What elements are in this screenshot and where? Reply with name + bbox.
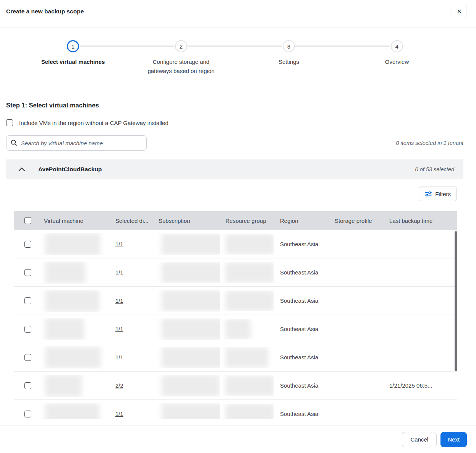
- tenant-selected-summary: 0 of 53 selected: [415, 166, 454, 172]
- step-connector: [79, 45, 175, 47]
- table-row: 1/1 Southeast Asia: [14, 230, 457, 258]
- selected-disks-link[interactable]: 1/1: [115, 354, 123, 360]
- col-header-region: Region: [274, 218, 329, 224]
- table-row: 1/1 Southeast Asia: [14, 258, 457, 287]
- tenant-name: AvePointCloudBackup: [38, 166, 102, 173]
- redacted-subscription: [162, 375, 220, 396]
- redacted-vm-name: [45, 233, 100, 255]
- redacted-resource-group: [225, 291, 274, 311]
- redacted-subscription: [162, 318, 220, 340]
- redacted-resource-group: [225, 262, 274, 283]
- tenant-section-body: Filters Virtual machine Selected di... S…: [6, 179, 463, 419]
- step-label-overview: Overview: [385, 57, 409, 67]
- filters-label: Filters: [435, 191, 451, 197]
- step-number: 3: [287, 43, 290, 50]
- table-row: 1/1 Southeast Asia: [14, 315, 457, 343]
- step-number: 1: [71, 43, 74, 50]
- selected-disks-link[interactable]: 1/1: [115, 411, 123, 417]
- step1-content: Step 1: Select virtual machines Include …: [0, 102, 476, 419]
- selected-disks-link[interactable]: 2/2: [115, 382, 123, 389]
- redacted-resource-group: [225, 234, 274, 255]
- selected-disks-link[interactable]: 1/1: [115, 269, 123, 276]
- table-scrollbar-thumb[interactable]: [455, 231, 457, 371]
- redacted-subscription: [162, 290, 220, 312]
- redacted-subscription: [162, 403, 220, 419]
- step-label-settings: Settings: [278, 57, 299, 67]
- search-icon: [11, 140, 17, 146]
- last-backup-value: 1/21/2025 06:5...: [384, 382, 457, 389]
- table-row: 1/1 Southeast Asia: [14, 287, 457, 315]
- row-checkbox[interactable]: [24, 269, 31, 276]
- row-checkbox[interactable]: [24, 326, 31, 333]
- row-checkbox[interactable]: [24, 382, 31, 389]
- filters-row: Filters: [6, 179, 463, 201]
- selected-disks-link[interactable]: 1/1: [115, 241, 123, 247]
- step-heading: Step 1: Select virtual machines: [6, 102, 463, 109]
- redacted-resource-group: [225, 404, 274, 419]
- row-checkbox[interactable]: [24, 297, 31, 304]
- region-value: Southeast Asia: [274, 411, 329, 417]
- step-connector: [187, 45, 282, 47]
- table-row: 2/2 Southeast Asia 1/21/2025 06:5...: [14, 372, 457, 400]
- step-number: 2: [180, 43, 183, 50]
- col-header-last-backup-time: Last backup time: [384, 218, 457, 224]
- col-header-storage-profile: Storage profile: [329, 218, 384, 224]
- row-checkbox[interactable]: [24, 241, 31, 248]
- redacted-vm-name: [45, 375, 82, 397]
- step-circle-1[interactable]: 1: [67, 40, 79, 52]
- col-header-resource-group: Resource group: [220, 218, 274, 224]
- table-row: 1/1 Southeast Asia: [14, 343, 457, 372]
- redacted-vm-name: [45, 346, 101, 369]
- redacted-vm-name: [45, 290, 99, 312]
- step-circle-4[interactable]: 4: [391, 40, 403, 52]
- include-vms-checkbox[interactable]: [6, 119, 13, 126]
- selected-disks-link[interactable]: 1/1: [115, 297, 123, 304]
- include-vms-row: Include VMs in the region without a CAP …: [6, 119, 463, 126]
- col-header-subscription: Subscription: [153, 218, 220, 224]
- table-header-row: Virtual machine Selected di... Subscript…: [14, 211, 457, 230]
- region-value: Southeast Asia: [274, 354, 329, 360]
- filters-button[interactable]: Filters: [419, 187, 457, 201]
- row-checkbox[interactable]: [24, 354, 31, 361]
- vm-table: Virtual machine Selected di... Subscript…: [14, 211, 457, 419]
- tenant-section-header[interactable]: AvePointCloudBackup 0 of 53 selected: [6, 159, 463, 179]
- step-label-configure-storage: Configure storage and gateways based on …: [140, 57, 222, 76]
- region-value: Southeast Asia: [274, 269, 329, 276]
- step-number: 4: [395, 43, 398, 50]
- redacted-resource-group: [225, 319, 251, 339]
- filters-icon: [425, 191, 432, 196]
- next-button[interactable]: Next: [440, 432, 467, 447]
- cancel-button[interactable]: Cancel: [402, 432, 437, 447]
- search-row: 0 items selected in 1 tenant: [6, 135, 463, 151]
- redacted-subscription: [162, 347, 220, 368]
- close-button[interactable]: ✕: [452, 4, 467, 19]
- create-backup-scope-dialog: Create a new backup scope ✕ 1 2 3 4 Sele…: [0, 0, 476, 453]
- search-input[interactable]: [6, 135, 147, 151]
- col-header-selected-disks: Selected di...: [110, 218, 153, 224]
- close-icon: ✕: [457, 8, 462, 15]
- region-value: Southeast Asia: [274, 297, 329, 304]
- redacted-resource-group: [225, 347, 268, 368]
- row-checkbox[interactable]: [24, 411, 31, 417]
- col-header-virtual-machine: Virtual machine: [38, 218, 110, 224]
- dialog-header: Create a new backup scope ✕: [0, 0, 476, 28]
- step-circle-2[interactable]: 2: [175, 40, 187, 52]
- wizard-stepper: 1 2 3 4 Select virtual machines Configur…: [0, 28, 476, 87]
- tenant-section: AvePointCloudBackup 0 of 53 selected Fil…: [6, 159, 463, 419]
- redacted-vm-name: [45, 403, 99, 419]
- chevron-up-icon[interactable]: [18, 167, 25, 172]
- redacted-resource-group: [225, 375, 274, 396]
- step-connector: [295, 45, 390, 47]
- select-all-checkbox[interactable]: [24, 217, 31, 224]
- selected-disks-link[interactable]: 1/1: [115, 326, 123, 332]
- region-value: Southeast Asia: [274, 326, 329, 332]
- include-vms-label: Include VMs in the region without a CAP …: [19, 120, 168, 126]
- table-row: 1/1 Southeast Asia: [14, 400, 457, 419]
- redacted-subscription: [162, 234, 220, 255]
- step-circle-3[interactable]: 3: [283, 40, 295, 52]
- redacted-subscription: [162, 262, 220, 283]
- region-value: Southeast Asia: [274, 382, 329, 389]
- region-value: Southeast Asia: [274, 241, 329, 247]
- search-box: [6, 135, 147, 151]
- selection-summary: 0 items selected in 1 tenant: [396, 140, 463, 146]
